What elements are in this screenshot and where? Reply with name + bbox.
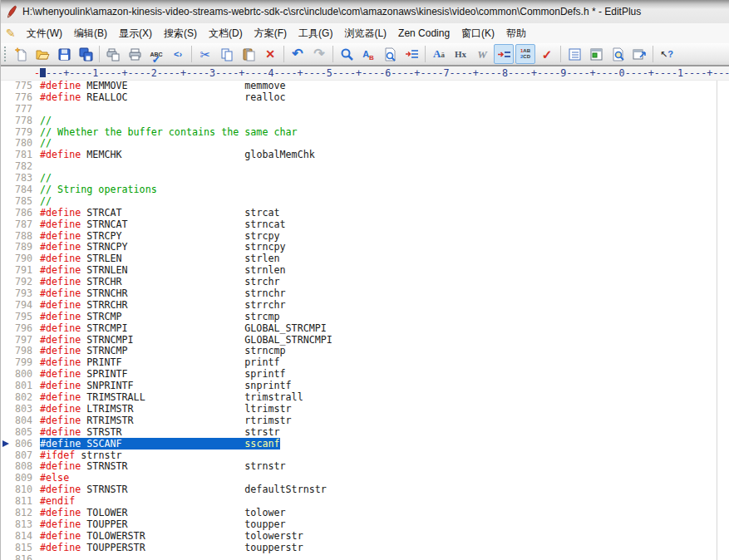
toolbar-auto-indent-button[interactable] [494,44,514,64]
toolbar-new-file-button[interactable] [11,44,31,64]
code-line[interactable]: 797#define STRNCMPI GLOBAL_STRNCMPI [1,335,729,346]
title-bar[interactable]: H:\whenyoulink\amazon-kinesis-video-stre… [1,0,729,23]
menu-item-project[interactable]: 方案(F) [249,24,293,43]
code-line[interactable]: 815#define TOUPPERSTR toupperstr [1,543,729,554]
code-line[interactable]: 803#define LTRIMSTR ltrimstr [1,404,729,415]
selected-text: #define SSCANF sscanf [40,438,280,449]
code-line[interactable]: 814#define TOLOWERSTR tolowerstr [1,531,729,543]
code-line[interactable]: 798#define STRNCMP strncmp [1,346,729,357]
code-text: // Whether the buffer contains the same … [40,126,298,138]
menu-item-browser[interactable]: 浏览器(L) [338,24,392,43]
code-line[interactable]: 793#define STRNCHR strnchr [1,288,729,300]
code-line[interactable]: 804#define RTRIMSTR rtrimstr [1,415,729,427]
code-line[interactable]: 794#define STRRCHR strrchr [1,300,729,312]
code-line[interactable]: 779// Whether the buffer contains the sa… [1,127,729,139]
code-line[interactable]: 777 [1,104,729,115]
line-number: 816 [1,554,32,560]
code-line[interactable]: 802#define TRIMSTRALL trimstrall [1,392,729,404]
toolbar-cut-button[interactable]: ✂ [195,44,215,64]
menu-item-window[interactable]: 窗口(K) [456,24,500,43]
toolbar-print-button[interactable] [125,44,145,64]
toolbar-view-in-browser-button[interactable]: <› [168,44,188,64]
toolbar-copy-button[interactable] [217,44,237,64]
toolbar-print-preview-button[interactable] [103,44,123,64]
toolbar-undo-button[interactable]: ↶ [288,44,308,64]
code-line[interactable]: 785// [1,196,729,208]
code-line[interactable]: 800#define SPRINTF sprintf [1,369,729,381]
code-line[interactable]: 806#define SSCANF sscanf [1,439,729,450]
toolbar-spell-check-button[interactable]: ABC✓ [146,44,166,64]
code-line[interactable]: 776#define REALLOC realloc [1,92,729,104]
code-line[interactable]: 811#endif [1,496,729,508]
line-number: 792 [1,277,32,288]
code-line[interactable]: 782 [1,161,729,173]
toolbar-line-numbers-button[interactable]: 1AB2CD [515,44,535,64]
code-line[interactable]: 775#define MEMMOVE memmove [1,81,729,92]
line-number: 784 [1,184,32,196]
toolbar-html-toolbar-button[interactable] [586,44,606,64]
toolbar-paste-button[interactable] [239,44,259,64]
code-line[interactable]: 795#define STRCMP strcmp [1,312,729,323]
code-line[interactable]: 813#define TOUPPER toupper [1,519,729,531]
code-line[interactable]: 790#define STRLEN strlen [1,253,729,265]
line-numbers-icon: 1AB2CD [518,47,533,61]
toolbar-open-file-button[interactable] [32,44,52,64]
code-line[interactable]: 784// String operations [1,184,729,196]
code-line[interactable]: 805#define STRSTR strstr [1,427,729,439]
code-line[interactable]: 780// [1,138,729,150]
code-text: #define SSCANF sscanf [40,438,280,449]
code-text: #define STRNLEN strnlen [40,264,286,276]
code-line[interactable]: 791#define STRNLEN strnlen [1,265,729,277]
code-line[interactable]: 809#else [1,473,729,484]
code-line[interactable]: 786#define STRCAT strcat [1,208,729,219]
menu-item-help[interactable]: 帮助 [500,24,532,43]
toolbar-context-help-button[interactable]: ↖? [657,44,677,64]
toolbar-separator [332,46,333,62]
toolbar-grip-handle[interactable] [3,46,7,62]
menu-item-zen-coding[interactable]: Zen Coding [392,25,456,42]
menu-item-search[interactable]: 搜索(S) [158,24,203,43]
code-line[interactable]: 788#define STRCPY strcpy [1,231,729,243]
toolbar-find-button[interactable] [337,44,357,64]
toolbar-save-button[interactable] [54,44,74,64]
code-line[interactable]: 799#define PRINTF printf [1,357,729,369]
code-line[interactable]: 810#define STRNSTR defaultStrnstr [1,484,729,496]
ruler-cursor-column-block [40,68,46,77]
toolbar-goto-line-button[interactable] [401,44,421,64]
goto-line-icon [404,47,419,61]
toolbar-word-wrap-button[interactable]: W [472,44,492,64]
menu-item-document[interactable]: 文档(D) [203,24,249,43]
copy-icon [219,47,234,61]
toolbar-mark-button[interactable]: ✓ [537,44,557,64]
code-line[interactable]: 801#define SNPRINTF snprintf [1,381,729,392]
toolbar-save-all-button[interactable] [76,44,96,64]
menu-item-tools[interactable]: 工具(G) [293,24,338,43]
toolbar-convert-case-button[interactable]: Aā [429,44,449,64]
menu-item-file[interactable]: 文件(W) [21,24,68,43]
code-editor[interactable]: 775#define MEMMOVE memmove776#define REA… [1,81,729,560]
code-line[interactable]: 808#define STRNSTR strnstr [1,461,729,473]
menu-bar: ✎ 文件(W)编辑(B)显示(X)搜索(S)文档(D)方案(F)工具(G)浏览器… [1,23,729,43]
code-line[interactable]: 792#define STRCHR strchr [1,277,729,288]
line-number: 785 [1,196,32,208]
line-number: 790 [1,253,32,265]
code-line[interactable]: 778// [1,115,729,127]
code-line[interactable]: 816 [1,554,729,560]
code-line[interactable]: 781#define MEMCHK globalMemChk [1,150,729,161]
code-line[interactable]: 787#define STRNCAT strncat [1,219,729,231]
menu-item-view[interactable]: 显示(X) [113,24,158,43]
toolbar-hex-viewer-button[interactable]: Hx [451,44,470,64]
toolbar-document-list-button[interactable] [564,44,584,64]
toolbar-find-in-files-button[interactable] [380,44,400,64]
code-line[interactable]: 807#ifdef strnstr [1,450,729,462]
toolbar-preview-button[interactable] [608,44,628,64]
toolbar-delete-button[interactable]: ✕ [260,44,280,64]
toolbar-redo-button[interactable]: ↷ [309,44,329,64]
code-line[interactable]: 789#define STRNCPY strncpy [1,242,729,253]
toolbar-replace-button[interactable]: AB [358,44,378,64]
code-line[interactable]: 812#define TOLOWER tolower [1,508,729,519]
menu-item-edit[interactable]: 编辑(B) [68,24,113,43]
toolbar-open-external-button[interactable] [629,44,649,64]
code-line[interactable]: 783// [1,173,729,184]
code-line[interactable]: 796#define STRCMPI GLOBAL_STRCMPI [1,323,729,335]
